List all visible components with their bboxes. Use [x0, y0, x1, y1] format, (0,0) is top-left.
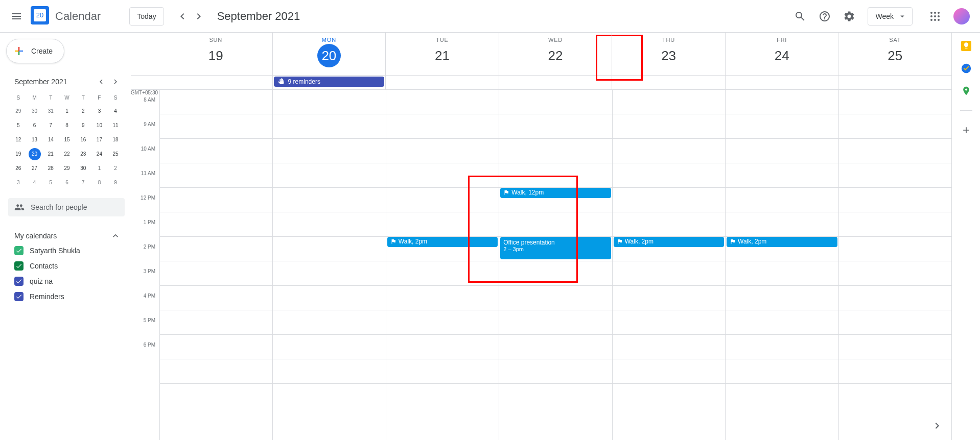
calendar-event[interactable]: Walk, 2pm: [727, 237, 837, 247]
hour-cell[interactable]: [273, 212, 385, 237]
mini-cal-day[interactable]: 4: [29, 177, 41, 189]
calendar-event[interactable]: Walk, 2pm: [614, 237, 724, 247]
calendar-list-item[interactable]: Reminders: [10, 289, 125, 304]
mini-cal-day[interactable]: 3: [93, 105, 105, 117]
hour-cell[interactable]: [726, 90, 838, 114]
hour-cell[interactable]: [499, 335, 612, 359]
mini-cal-day[interactable]: 3: [12, 177, 25, 189]
mini-cal-day[interactable]: 8: [61, 119, 73, 132]
hour-cell[interactable]: [160, 237, 272, 261]
hour-cell[interactable]: [273, 286, 385, 310]
mini-cal-day[interactable]: 23: [77, 148, 89, 160]
day-column-header[interactable]: TUE21: [385, 33, 499, 75]
mini-cal-day[interactable]: 30: [77, 162, 89, 175]
hour-cell[interactable]: [726, 261, 838, 286]
hour-cell[interactable]: [160, 286, 272, 310]
hour-cell[interactable]: [499, 359, 612, 384]
hour-cell[interactable]: [499, 163, 612, 188]
calendar-list-item[interactable]: quiz na: [10, 274, 125, 289]
day-column[interactable]: Walk, 12pmOffice presentation2 – 3pm: [499, 90, 612, 440]
mini-cal-day[interactable]: 30: [29, 105, 41, 117]
mini-cal-day[interactable]: 19: [12, 148, 25, 160]
hour-cell[interactable]: [839, 310, 951, 335]
hour-cell[interactable]: [386, 310, 499, 335]
settings-button[interactable]: [839, 6, 859, 27]
mini-cal-day[interactable]: 11: [109, 119, 122, 132]
keep-app-button[interactable]: [961, 41, 971, 51]
hour-cell[interactable]: [273, 261, 385, 286]
hour-cell[interactable]: [613, 335, 725, 359]
hour-cell[interactable]: [726, 163, 838, 188]
hour-cell[interactable]: [160, 335, 272, 359]
hour-cell[interactable]: [499, 310, 612, 335]
mini-cal-day[interactable]: 13: [29, 134, 41, 146]
account-avatar[interactable]: [953, 8, 970, 25]
hour-cell[interactable]: [726, 212, 838, 237]
mini-cal-day[interactable]: 28: [44, 162, 57, 175]
day-column[interactable]: Walk, 2pm: [612, 90, 725, 440]
allday-cell[interactable]: [612, 76, 725, 89]
add-panel-button[interactable]: [961, 125, 971, 135]
hour-cell[interactable]: [386, 286, 499, 310]
mini-cal-day[interactable]: 29: [61, 162, 73, 175]
search-people-input[interactable]: Search for people: [8, 198, 125, 216]
create-button[interactable]: Create: [6, 39, 64, 63]
hour-cell[interactable]: [839, 261, 951, 286]
hour-cell[interactable]: [726, 310, 838, 335]
mini-cal-day[interactable]: 6: [61, 177, 73, 189]
hour-cell[interactable]: [386, 212, 499, 237]
main-menu-button[interactable]: [4, 4, 29, 29]
hour-cell[interactable]: [273, 163, 385, 188]
mini-cal-day[interactable]: 29: [12, 105, 25, 117]
tasks-app-button[interactable]: [961, 63, 971, 74]
hour-cell[interactable]: [613, 286, 725, 310]
day-column[interactable]: [838, 90, 951, 440]
calendar-event[interactable]: Office presentation2 – 3pm: [500, 237, 611, 259]
mini-cal-day[interactable]: 25: [109, 148, 122, 160]
next-period-button[interactable]: [191, 8, 207, 25]
day-column-header[interactable]: MON20: [272, 33, 386, 75]
maps-app-button[interactable]: [961, 86, 971, 96]
mini-cal-day[interactable]: 27: [29, 162, 41, 175]
hour-cell[interactable]: [386, 90, 499, 114]
mini-cal-day[interactable]: 12: [12, 134, 25, 146]
reminder-pill[interactable]: 9 reminders: [274, 77, 385, 87]
hour-cell[interactable]: [613, 163, 725, 188]
hour-cell[interactable]: [273, 237, 385, 261]
day-column-header[interactable]: WED22: [499, 33, 612, 75]
mini-cal-day[interactable]: 10: [93, 119, 105, 132]
hour-cell[interactable]: [160, 261, 272, 286]
allday-cell[interactable]: [499, 76, 612, 89]
hour-cell[interactable]: [613, 212, 725, 237]
hour-cell[interactable]: [160, 359, 272, 384]
calendar-list-item[interactable]: Satyarth Shukla: [10, 243, 125, 258]
hour-cell[interactable]: [839, 90, 951, 114]
search-button[interactable]: [790, 6, 810, 27]
mini-cal-day[interactable]: 14: [44, 134, 57, 146]
hour-cell[interactable]: [839, 335, 951, 359]
mini-cal-day[interactable]: 16: [77, 134, 89, 146]
google-apps-button[interactable]: [925, 6, 945, 27]
hour-cell[interactable]: [273, 139, 385, 163]
mini-cal-day[interactable]: 20: [29, 148, 41, 160]
hour-cell[interactable]: [273, 310, 385, 335]
hour-cell[interactable]: [726, 335, 838, 359]
mini-cal-day[interactable]: 31: [44, 105, 57, 117]
hour-cell[interactable]: [839, 139, 951, 163]
hour-cell[interactable]: [839, 359, 951, 384]
mini-cal-day[interactable]: 1: [93, 162, 105, 175]
hour-cell[interactable]: [160, 188, 272, 212]
hour-cell[interactable]: [160, 163, 272, 188]
hour-cell[interactable]: [613, 90, 725, 114]
hour-cell[interactable]: [386, 163, 499, 188]
mini-cal-day[interactable]: 8: [93, 177, 105, 189]
mini-cal-prev[interactable]: [95, 76, 107, 88]
mini-cal-day[interactable]: 5: [12, 119, 25, 132]
calendar-checkbox[interactable]: [14, 292, 24, 301]
hour-cell[interactable]: [160, 310, 272, 335]
hour-cell[interactable]: [160, 90, 272, 114]
side-panel-expand[interactable]: [929, 418, 945, 434]
hour-cell[interactable]: [386, 335, 499, 359]
mini-cal-day[interactable]: 4: [109, 105, 122, 117]
my-calendars-toggle[interactable]: My calendars: [10, 229, 125, 243]
